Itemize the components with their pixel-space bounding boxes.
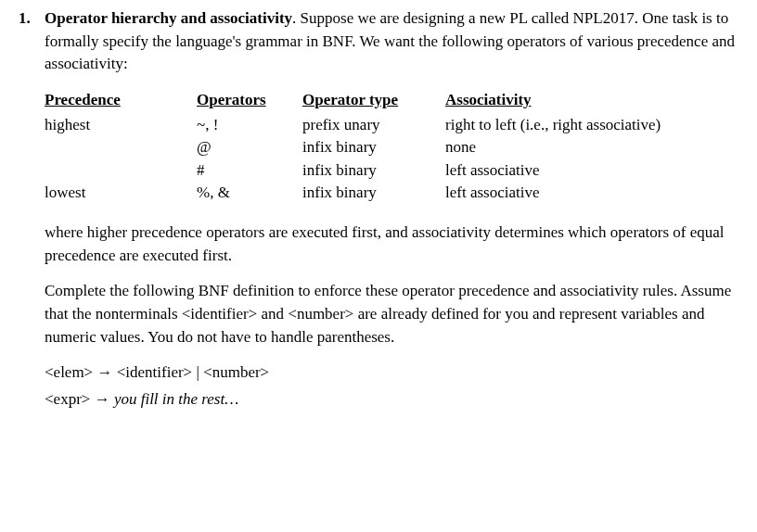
bnf-line-elem: <elem> → <identifier> | <number> <box>45 361 735 385</box>
cell-operators: %, & <box>197 182 302 205</box>
operator-table: Precedence Operators Operator type Assoc… <box>45 89 683 205</box>
cell-precedence: highest <box>45 114 197 137</box>
header-operator-type: Operator type <box>302 89 445 114</box>
cell-associativity: left associative <box>445 182 683 205</box>
cell-associativity: right to left (i.e., right associative) <box>445 114 683 137</box>
cell-operator-type: prefix unary <box>302 114 445 137</box>
page: 1. Operator hierarchy and associativity.… <box>0 0 757 423</box>
bnf-expr-prefix: <expr> → <box>45 390 114 408</box>
question-body: Operator hierarchy and associativity. Su… <box>45 7 735 415</box>
header-precedence: Precedence <box>45 89 197 114</box>
cell-operator-type: infix binary <box>302 159 445 183</box>
bnf-line-expr: <expr> → you fill in the rest… <box>45 388 735 412</box>
table-row: @ infix binary none <box>45 136 683 159</box>
instruction-paragraph: Complete the following BNF definition to… <box>45 280 735 348</box>
header-associativity: Associativity <box>445 89 683 114</box>
cell-operators: ~, ! <box>197 114 302 137</box>
table-row: # infix binary left associative <box>45 159 683 183</box>
cell-operator-type: infix binary <box>302 136 445 159</box>
bnf-block: <elem> → <identifier> | <number> <expr> … <box>45 361 735 411</box>
cell-precedence <box>45 159 197 183</box>
cell-precedence <box>45 136 197 159</box>
table-header-row: Precedence Operators Operator type Assoc… <box>45 89 683 114</box>
intro-paragraph: Operator hierarchy and associativity. Su… <box>45 7 735 76</box>
question-title: Operator hierarchy and associativity <box>45 9 292 27</box>
question-number: 1. <box>19 7 45 415</box>
explanation-paragraph: where higher precedence operators are ex… <box>45 222 735 267</box>
cell-associativity: none <box>445 136 683 159</box>
cell-operators: @ <box>197 136 302 159</box>
bnf-expr-fill: you fill in the rest… <box>114 390 238 408</box>
cell-precedence: lowest <box>45 182 197 205</box>
table-row: highest ~, ! prefix unary right to left … <box>45 114 683 137</box>
cell-associativity: left associative <box>445 159 683 183</box>
table-row: lowest %, & infix binary left associativ… <box>45 182 683 205</box>
question-row: 1. Operator hierarchy and associativity.… <box>19 7 735 415</box>
header-operators: Operators <box>197 89 302 114</box>
cell-operator-type: infix binary <box>302 182 445 205</box>
cell-operators: # <box>197 159 302 183</box>
